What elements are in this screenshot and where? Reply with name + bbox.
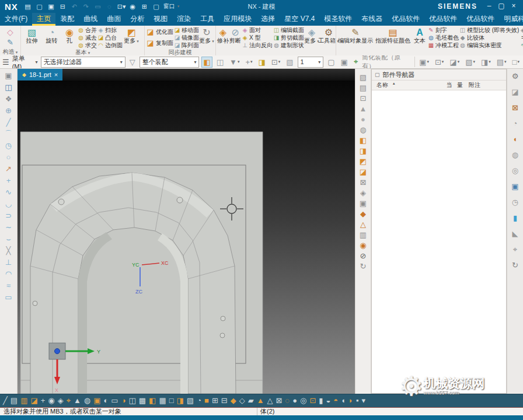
compare-body-button[interactable]: ◆比较体 (459, 34, 519, 41)
menu-tab-item[interactable]: 曲面 (102, 13, 125, 26)
tool-icon[interactable]: ▦ (159, 397, 166, 405)
sweep-button[interactable]: ◈扫掠 (97, 26, 123, 34)
cylinder-icon[interactable]: ⊡ (360, 94, 367, 103)
clip-section-button[interactable]: ◨剪切截面 (273, 34, 304, 41)
menu-tab-item[interactable]: 曲线 (79, 13, 102, 26)
window-menu[interactable]: 窗口▾ (163, 2, 180, 10)
conic-icon[interactable]: ◡ (5, 200, 12, 208)
section-view-icon[interactable]: ◔ (513, 120, 518, 128)
material-icon[interactable]: ▣ (511, 183, 518, 191)
menu-tab-item[interactable]: 布线器 (357, 13, 387, 26)
text-button[interactable]: A文本 (412, 26, 427, 44)
basic-more-button[interactable]: ◩更多▾ (123, 26, 140, 44)
tool-icon[interactable]: ◨ (177, 397, 184, 405)
trim-curve-icon[interactable]: ╳ (6, 247, 11, 255)
navigator-column-header[interactable]: 名称 ▴ 当 量 附注 (372, 80, 506, 90)
select-box-icon[interactable]: ⊡▾ (270, 57, 281, 67)
navigator-icon[interactable]: ◫ (5, 83, 12, 92)
wave-linker-button[interactable]: ◈WAVE 几何链接器 (519, 26, 523, 34)
maximize-button[interactable]: ▢ (496, 2, 507, 11)
part-tab-active[interactable]: ◆ 18-1.prt × (18, 69, 62, 80)
graphics-viewport[interactable]: YC XC ZC Y X (18, 80, 355, 394)
xform-button[interactable]: ◈X 型 (242, 34, 273, 41)
simplified-assembly-label[interactable]: 简化装配（原有） (362, 55, 412, 69)
sync-more-button[interactable]: ↻更多▾ (200, 26, 214, 44)
tool-icon[interactable]: ◓ (333, 397, 338, 405)
cut-icon[interactable]: ▭ (94, 3, 102, 10)
save-icon[interactable]: ▣ (47, 3, 55, 10)
unite-icon[interactable]: ◧ (360, 136, 367, 145)
menu-tab-item[interactable]: 优品软件 (462, 13, 499, 26)
model-compare-button[interactable]: ◫模型比较 (即将失效) (459, 26, 519, 34)
minimize-button[interactable]: – (483, 2, 495, 11)
cube-icon[interactable]: ▧ (285, 57, 294, 67)
snapshot-icon[interactable]: ◧ (202, 57, 211, 67)
menu-tab-item[interactable]: 选择 (256, 13, 280, 26)
tool-icon[interactable]: ◒ (326, 397, 330, 405)
triangle-icon[interactable]: ◣ (512, 230, 518, 238)
close-button[interactable]: × (508, 2, 519, 11)
microphone-icon[interactable]: ◉ (129, 3, 137, 10)
copy-display-icon[interactable]: ▢ (326, 57, 336, 67)
edit-section-button[interactable]: ◫编辑截面 (273, 26, 304, 34)
spline-button[interactable]: ∿样条 (即将失效) (519, 41, 523, 49)
spline-icon[interactable]: ∿ (5, 188, 12, 197)
hamburger-icon[interactable]: ☰ (2, 58, 9, 66)
tool-icon[interactable]: ◗ (348, 397, 353, 405)
menu-button[interactable]: 菜单(M)▾ (12, 55, 38, 69)
export-icon[interactable]: ▣ (340, 57, 349, 67)
tool-icon[interactable]: ◈ (58, 397, 64, 405)
section-curve-icon[interactable]: ≈ (6, 282, 11, 290)
hide-icon[interactable]: ⊘ (360, 252, 367, 260)
toolbox-button[interactable]: ⚙工具箱▾ (319, 26, 338, 44)
point-constructor-icon[interactable]: +▾ (244, 57, 253, 67)
tool-icon[interactable]: ◌ (285, 397, 290, 405)
roles-icon[interactable]: ▣ (5, 72, 12, 80)
tool-icon[interactable]: ╱ (3, 397, 8, 405)
block-icon[interactable]: ▧ (360, 74, 367, 82)
edit-object-display-button[interactable]: ✎编辑对象显示 (337, 26, 374, 44)
emboss-icon[interactable]: ◪ (360, 168, 367, 176)
hole-button[interactable]: ◉孔 (62, 26, 77, 44)
torus-icon[interactable]: ◍ (360, 126, 366, 134)
history-icon[interactable]: ◷ (512, 198, 518, 206)
sphere-tool-icon[interactable]: ◍ (512, 151, 518, 159)
unite-button[interactable]: ◍合并 (78, 26, 97, 34)
menu-tab-item[interactable]: 文件(F) (0, 13, 32, 26)
menu-tab-item[interactable]: 模圣软件 (319, 13, 357, 26)
edit-density-button[interactable]: ◍编辑实体密度 (459, 41, 519, 49)
color-scale-icon[interactable]: ▮ (513, 214, 517, 222)
copy-face-button[interactable]: ◪复制面 (146, 37, 173, 48)
tool-icon[interactable]: ◎ (300, 397, 306, 405)
part-navigator-header[interactable]: ▢ 部件导航器 (372, 69, 506, 80)
tool-icon[interactable]: ▲ (74, 397, 81, 405)
copy-icon[interactable]: ◌ (106, 3, 113, 10)
tool-icon[interactable]: ▰ (248, 397, 254, 405)
new-file-icon[interactable]: ▤ (24, 3, 32, 10)
csys-icon[interactable]: ⌖ (353, 57, 359, 67)
filter-icon[interactable]: ▽ (128, 57, 137, 67)
tool-icon[interactable]: ■ (204, 397, 209, 405)
extrude-button[interactable]: ▧拉伸 (22, 26, 41, 44)
tool-icon[interactable]: ◖ (341, 397, 346, 405)
arc-icon[interactable]: ⌒ (5, 130, 12, 138)
body-select-icon[interactable]: ◨ (257, 57, 267, 67)
thicken-icon[interactable]: △ (360, 220, 366, 229)
touch-mode-icon[interactable]: ⊞ (141, 3, 148, 10)
render-style-icon[interactable]: ◨▾ (480, 57, 492, 67)
tool-icon[interactable]: ▩ (139, 397, 146, 405)
mirror-icon[interactable]: ⊠ (512, 104, 518, 112)
trim-button[interactable]: ⊘剪断 (229, 26, 241, 44)
part-shape-icon[interactable]: ◪ (511, 88, 518, 96)
menu-tab-item[interactable]: 渲染 (172, 13, 196, 26)
patch-button[interactable]: ◈修补 (217, 26, 229, 44)
fit-view-icon[interactable]: ⊡▾ (434, 57, 445, 67)
empty-view-icon[interactable]: □▾ (511, 57, 521, 67)
tool-icon[interactable]: ◆ (231, 397, 236, 405)
blank-color-button[interactable]: ◍毛坯着色 (428, 34, 459, 41)
clip-icon[interactable]: ◖ (513, 135, 518, 144)
face-pair-button[interactable]: ◈面对 (242, 26, 273, 34)
tool-icon[interactable]: ◇ (239, 397, 245, 405)
sphere-icon[interactable]: ● (361, 116, 365, 124)
expression-button[interactable]: =表达式 (519, 34, 523, 41)
